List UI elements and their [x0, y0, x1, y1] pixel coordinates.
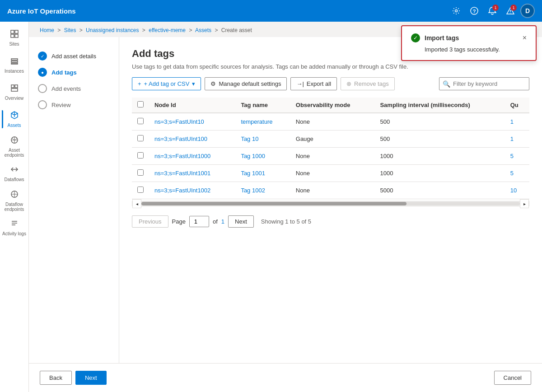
toast-close-button[interactable]: × [523, 34, 527, 42]
total-pages-link[interactable]: 1 [221, 218, 224, 225]
row-checkbox-cell-0 [132, 113, 149, 131]
sidebar-item-asset-endpoints[interactable]: Asset endpoints [2, 134, 27, 159]
sidebar-item-dataflows[interactable]: Dataflows [2, 161, 27, 186]
svg-rect-4 [15, 30, 18, 33]
node-id-link-1[interactable]: ns=3;s=FastUInt100 [154, 135, 207, 142]
step-label-add-asset-details: Add asset details [51, 53, 96, 60]
col-qu: Qu [505, 98, 529, 113]
topbar-icons: ? 1 1 D [448, 3, 535, 19]
next-button[interactable]: Next [228, 215, 254, 228]
step-circle-add-asset-details: ✓ [38, 51, 47, 61]
col-checkbox [132, 98, 149, 113]
sidebar-item-assets[interactable]: Assets [2, 107, 27, 132]
svg-rect-7 [11, 59, 18, 60]
select-all-checkbox[interactable] [137, 101, 144, 107]
cell-observability-4: None [290, 182, 375, 199]
node-id-link-2[interactable]: ns=3;s=FastUInt1000 [154, 153, 210, 159]
remove-tags-button[interactable]: ⊗ Remove tags [341, 77, 395, 90]
cell-qu-1: 1 [505, 131, 529, 148]
row-checkbox-0[interactable] [137, 118, 144, 124]
scroll-right-arrow[interactable]: ▸ [520, 199, 529, 208]
col-sampling-interval: Sampling interval (milliseconds) [374, 98, 505, 113]
node-id-link-4[interactable]: ns=3;s=FastUInt1002 [154, 187, 210, 194]
scroll-thumb[interactable] [141, 202, 406, 205]
sidebar-item-overview[interactable]: Overview [2, 79, 27, 105]
cell-qu-2: 5 [505, 148, 529, 165]
sidebar-label-activity-logs: Activity logs [2, 231, 26, 236]
cancel-button[interactable]: Cancel [494, 371, 531, 385]
row-checkbox-cell-2 [132, 148, 149, 165]
sidebar-item-instances[interactable]: Instances [2, 52, 27, 78]
toast-notification: ✓ Import tags × Imported 3 tags successf… [401, 25, 537, 61]
tag-name-link-1[interactable]: Tag 10 [241, 135, 258, 142]
step-label-review: Review [51, 102, 71, 108]
sidebar-item-activity-logs[interactable]: Activity logs [2, 215, 27, 240]
table-row: ns=3;s=FastUInt1002 Tag 1002 None 5000 1… [132, 182, 529, 199]
sidebar-item-sites[interactable]: Sites [2, 25, 27, 51]
svg-rect-11 [15, 85, 18, 88]
tags-table: Node Id Tag name Observability mode Samp… [132, 98, 529, 199]
tag-name-link-2[interactable]: Tag 1000 [241, 153, 265, 159]
help-button[interactable]: ? [466, 3, 482, 19]
node-id-link-3[interactable]: ns=3;s=FastUInt1001 [154, 170, 210, 177]
page-number-input[interactable] [189, 216, 209, 227]
tag-name-link-3[interactable]: Tag 1001 [241, 170, 265, 177]
cell-sampling-1: 500 [374, 131, 505, 148]
settings-gear-icon: ⚙ [210, 80, 216, 87]
breadcrumb-assets[interactable]: Assets [195, 27, 211, 33]
tag-name-link-0[interactable]: temperature [241, 118, 272, 125]
dataflows-icon [10, 165, 19, 175]
notification1-button[interactable]: 1 [484, 3, 500, 19]
filter-input[interactable] [439, 77, 529, 90]
app-title: Azure IoT Operations [7, 7, 448, 15]
scroll-left-arrow[interactable]: ◂ [132, 199, 141, 208]
topbar: Azure IoT Operations ? 1 [0, 0, 542, 22]
sidebar-item-dataflow-endpoints[interactable]: Dataflow endpoints [2, 188, 27, 213]
notification2-button[interactable]: 1 [502, 3, 519, 19]
step-review[interactable]: Review [36, 97, 112, 113]
showing-text: Showing 1 to 5 of 5 [261, 218, 311, 225]
toolbar: + + Add tag or CSV ▾ ⚙ Manage default se… [132, 77, 529, 90]
step-add-asset-details[interactable]: ✓ Add asset details [36, 48, 112, 64]
steps-panel: ✓ Add asset details ● Add tags Add event… [29, 37, 119, 363]
cell-tag-name-2: Tag 1000 [235, 148, 290, 165]
export-all-button[interactable]: →| Export all [290, 77, 337, 90]
next-footer-button[interactable]: Next [75, 371, 107, 385]
remove-icon: ⊗ [346, 80, 351, 87]
step-add-events[interactable]: Add events [36, 80, 112, 97]
svg-rect-3 [11, 30, 14, 33]
cell-node-id-4: ns=3;s=FastUInt1002 [149, 182, 235, 199]
sidebar-label-sites: Sites [9, 42, 19, 47]
cell-sampling-2: 1000 [374, 148, 505, 165]
row-checkbox-4[interactable] [137, 187, 144, 193]
cell-node-id-1: ns=3;s=FastUInt100 [149, 131, 235, 148]
table-row: ns=3;s=FastUInt1000 Tag 1000 None 1000 5 [132, 148, 529, 165]
content-area: Home > Sites > Unassigned instances > ef… [29, 22, 542, 392]
cell-qu-4: 10 [505, 182, 529, 199]
breadcrumb-unassigned-instances[interactable]: Unassigned instances [86, 27, 139, 33]
table-row: ns=3;s=FastUInt1001 Tag 1001 None 1000 5 [132, 165, 529, 182]
horizontal-scrollbar[interactable]: ◂ ▸ [132, 201, 529, 206]
previous-button[interactable]: Previous [132, 215, 168, 228]
row-checkbox-2[interactable] [137, 152, 144, 159]
node-id-link-0[interactable]: ns=3;s=FastUInt10 [154, 118, 204, 125]
breadcrumb-sites[interactable]: Sites [64, 27, 76, 33]
table-row: ns=3;s=FastUInt10 temperature None 500 1 [132, 113, 529, 131]
page-label: Page [172, 218, 186, 225]
row-checkbox-cell-4 [132, 182, 149, 199]
breadcrumb-effective-meme[interactable]: effective-meme [149, 27, 186, 33]
settings-button[interactable] [448, 3, 464, 19]
svg-rect-12 [11, 89, 18, 91]
back-button[interactable]: Back [40, 371, 72, 385]
row-checkbox-3[interactable] [137, 169, 144, 176]
breadcrumb-home[interactable]: Home [40, 27, 54, 33]
step-add-tags[interactable]: ● Add tags [36, 64, 112, 80]
add-tag-csv-button[interactable]: + + Add tag or CSV ▾ [132, 77, 201, 90]
sidebar-label-instances: Instances [5, 69, 24, 74]
avatar[interactable]: D [520, 4, 535, 18]
tag-name-link-4[interactable]: Tag 1002 [241, 187, 265, 194]
cell-observability-2: None [290, 148, 375, 165]
row-checkbox-1[interactable] [137, 135, 144, 141]
manage-default-settings-button[interactable]: ⚙ Manage default settings [205, 77, 287, 90]
asset-endpoints-icon [10, 135, 19, 146]
